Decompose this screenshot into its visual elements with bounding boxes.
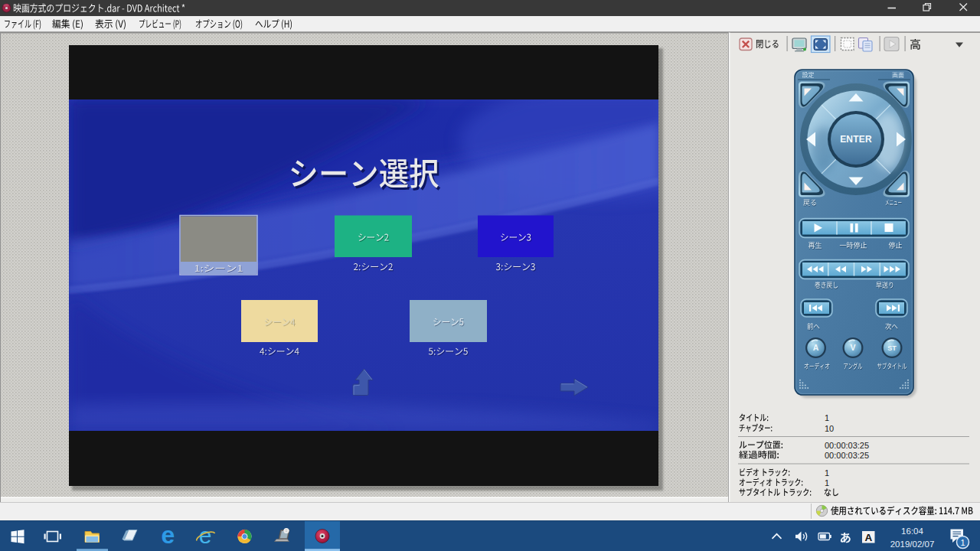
svg-text:00:00:03:25: 00:00:03:25 [825, 451, 869, 460]
svg-text:1: 1 [825, 413, 829, 422]
svg-text:2019/02/07: 2019/02/07 [890, 540, 935, 549]
svg-text:1: 1 [825, 478, 829, 487]
svg-text:ENTER: ENTER [840, 134, 872, 145]
svg-text:00:00:03:25: 00:00:03:25 [825, 441, 869, 450]
svg-text:e: e [162, 521, 175, 549]
svg-text:10: 10 [825, 424, 834, 433]
svg-text:1: 1 [825, 468, 829, 478]
svg-text:A: A [813, 343, 819, 352]
svg-text:V: V [850, 343, 855, 352]
svg-text:1: 1 [960, 538, 965, 547]
svg-text:ST: ST [887, 344, 897, 352]
svg-text:A: A [864, 532, 872, 543]
svg-text:16:04: 16:04 [901, 527, 923, 536]
